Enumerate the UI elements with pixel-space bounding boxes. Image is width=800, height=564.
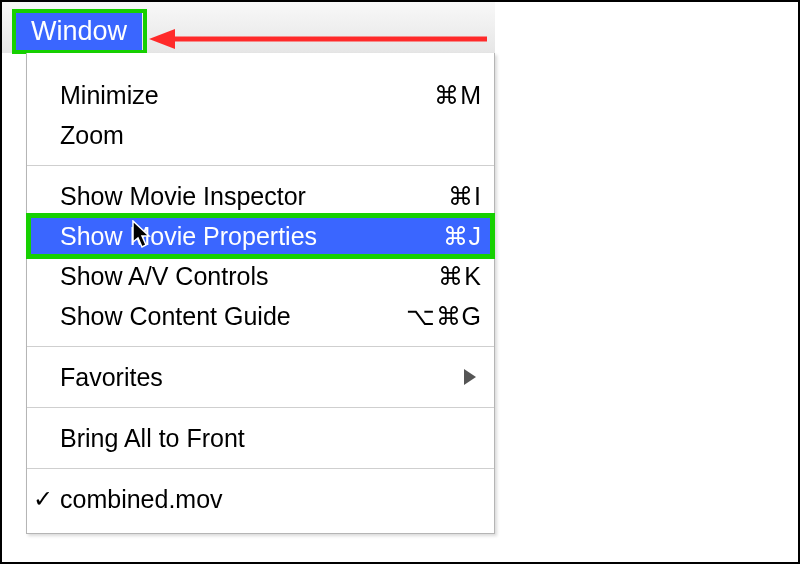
- menu-separator: [27, 468, 494, 469]
- window-menu-title[interactable]: Window: [16, 13, 142, 51]
- menu-item-show-av-controls[interactable]: Show A/V Controls ⌘K: [27, 256, 494, 296]
- menu-item-show-movie-inspector[interactable]: Show Movie Inspector ⌘I: [27, 176, 494, 216]
- submenu-arrow-icon: [464, 369, 476, 385]
- menu-item-show-movie-properties[interactable]: Show Movie Properties ⌘J: [27, 216, 494, 256]
- menu-item-shortcut: ⌘I: [396, 182, 482, 211]
- menu-item-favorites[interactable]: Favorites: [27, 357, 494, 397]
- menu-item-label: Show Content Guide: [60, 302, 396, 331]
- menu-item-show-content-guide[interactable]: Show Content Guide ⌥⌘G: [27, 296, 494, 336]
- menu-item-label: Minimize: [60, 81, 396, 110]
- menu-item-label: Show Movie Properties: [60, 222, 396, 251]
- menu-item-shortcut: ⌥⌘G: [396, 302, 482, 331]
- menu-item-label: Zoom: [60, 121, 396, 150]
- menu-item-shortcut: ⌘K: [396, 262, 482, 291]
- menu-item-zoom[interactable]: Zoom: [27, 115, 494, 155]
- menu-separator: [27, 407, 494, 408]
- menu-separator: [27, 165, 494, 166]
- menu-item-window-combined-mov[interactable]: ✓ combined.mov: [27, 479, 494, 519]
- menu-item-label: Bring All to Front: [60, 424, 396, 453]
- menu-item-minimize[interactable]: Minimize ⌘M: [27, 75, 494, 115]
- menu-item-label: Show A/V Controls: [60, 262, 396, 291]
- menu-item-shortcut: ⌘J: [396, 222, 482, 251]
- menu-item-bring-all-to-front[interactable]: Bring All to Front: [27, 418, 494, 458]
- menu-item-shortcut: ⌘M: [396, 81, 482, 110]
- window-menu-dropdown: Minimize ⌘M Zoom Show Movie Inspector ⌘I…: [26, 53, 495, 534]
- checkmark-icon: ✓: [33, 485, 53, 513]
- menu-separator: [27, 346, 494, 347]
- menu-item-label: combined.mov: [60, 485, 396, 514]
- menu-item-label: Show Movie Inspector: [60, 182, 396, 211]
- menubar: Window: [2, 2, 495, 53]
- menu-item-label: Favorites: [60, 363, 464, 392]
- screenshot-frame: Window Minimize ⌘M Zoom Show Movie Inspe…: [0, 0, 800, 564]
